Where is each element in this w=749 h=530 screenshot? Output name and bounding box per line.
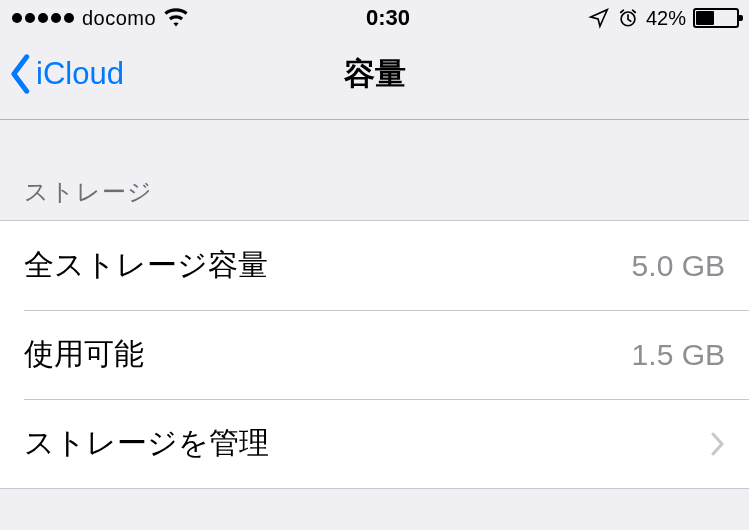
row-available-storage: 使用可能 1.5 GB [0, 310, 749, 399]
row-total-storage: 全ストレージ容量 5.0 GB [0, 221, 749, 310]
row-label: 全ストレージ容量 [24, 245, 268, 286]
row-value: 5.0 GB [632, 249, 725, 283]
status-time: 0:30 [366, 5, 410, 31]
chevron-right-icon [711, 432, 725, 456]
battery-icon [693, 8, 739, 28]
row-label: 使用可能 [24, 334, 144, 375]
battery-percent: 42% [646, 7, 686, 30]
location-icon [588, 7, 610, 29]
alarm-icon [617, 7, 639, 29]
back-button[interactable]: iCloud [8, 54, 124, 94]
status-left: docomo [12, 6, 188, 30]
row-value: 1.5 GB [632, 338, 725, 372]
signal-strength-icon [12, 13, 74, 23]
status-right: 42% [588, 7, 739, 30]
back-label: iCloud [36, 56, 124, 92]
storage-list: 全ストレージ容量 5.0 GB 使用可能 1.5 GB ストレージを管理 [0, 220, 749, 489]
nav-bar: iCloud 容量 [0, 36, 749, 120]
chevron-left-icon [8, 54, 34, 94]
carrier-label: docomo [82, 7, 156, 30]
row-label: ストレージを管理 [24, 423, 269, 464]
section-header-storage: ストレージ [0, 120, 749, 220]
row-manage-storage[interactable]: ストレージを管理 [0, 399, 749, 488]
status-bar: docomo 0:30 42% [0, 0, 749, 36]
wifi-icon [164, 6, 188, 30]
